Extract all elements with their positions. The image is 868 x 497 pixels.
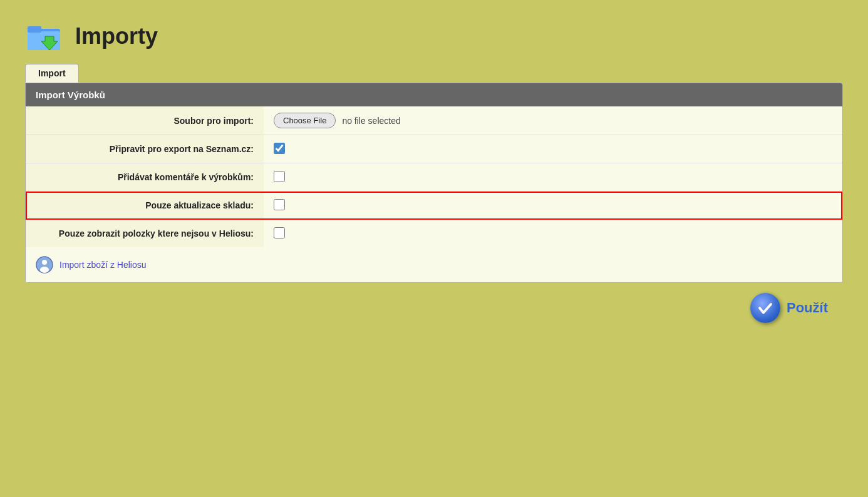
svg-rect-1 [28, 31, 60, 50]
control-soubor: Choose File no file selected [264, 106, 842, 135]
helios-row: Import zboží z Heliosu [26, 247, 842, 282]
importy-icon [25, 19, 65, 54]
row-komentare: Přidávat komentáře k výrobkům: [26, 163, 842, 192]
helios-link[interactable]: Import zboží z Heliosu [59, 260, 147, 270]
label-aktualizace: Pouze aktualizace skladu: [26, 192, 264, 220]
pouzit-button[interactable]: Použít [750, 293, 828, 323]
svg-point-5 [42, 260, 47, 265]
label-helios-items: Pouze zobrazit polozky ktere nejsou v He… [26, 220, 264, 248]
checkbox-aktualizace[interactable] [274, 199, 285, 210]
control-seznam [264, 135, 842, 163]
svg-rect-2 [28, 26, 41, 33]
pouzit-icon [750, 293, 780, 323]
control-aktualizace [264, 192, 842, 220]
tab-bar: Import [25, 64, 843, 83]
footer-area: Použít [25, 283, 843, 333]
choose-file-button[interactable]: Choose File [274, 113, 336, 128]
row-helios-items: Pouze zobrazit polozky ktere nejsou v He… [26, 220, 842, 248]
label-seznam: Připravit pro export na Seznam.cz: [26, 135, 264, 163]
tab-import[interactable]: Import [25, 64, 79, 83]
control-komentare [264, 163, 842, 192]
svg-point-6 [40, 267, 49, 273]
page-title: Importy [75, 23, 158, 49]
page-header: Importy [25, 19, 843, 54]
section-header: Import Výrobků [26, 83, 842, 106]
form-table: Soubor pro import: Choose File no file s… [26, 106, 842, 247]
checkbox-helios-items[interactable] [274, 227, 285, 238]
row-soubor: Soubor pro import: Choose File no file s… [26, 106, 842, 135]
no-file-text: no file selected [342, 116, 400, 126]
row-seznam: Připravit pro export na Seznam.cz: [26, 135, 842, 163]
label-soubor: Soubor pro import: [26, 106, 264, 135]
control-helios-items [264, 220, 842, 248]
main-panel: Import Výrobků Soubor pro import: Choose… [25, 83, 843, 283]
checkbox-seznam[interactable] [274, 143, 285, 154]
helios-icon [36, 256, 53, 274]
label-komentare: Přidávat komentáře k výrobkům: [26, 163, 264, 192]
checkbox-komentare[interactable] [274, 171, 285, 182]
row-aktualizace: Pouze aktualizace skladu: [26, 192, 842, 220]
file-input-area: Choose File no file selected [274, 113, 832, 128]
page-wrapper: Importy Import Import Výrobků Soubor pro… [13, 13, 855, 346]
pouzit-label: Použít [787, 300, 828, 316]
